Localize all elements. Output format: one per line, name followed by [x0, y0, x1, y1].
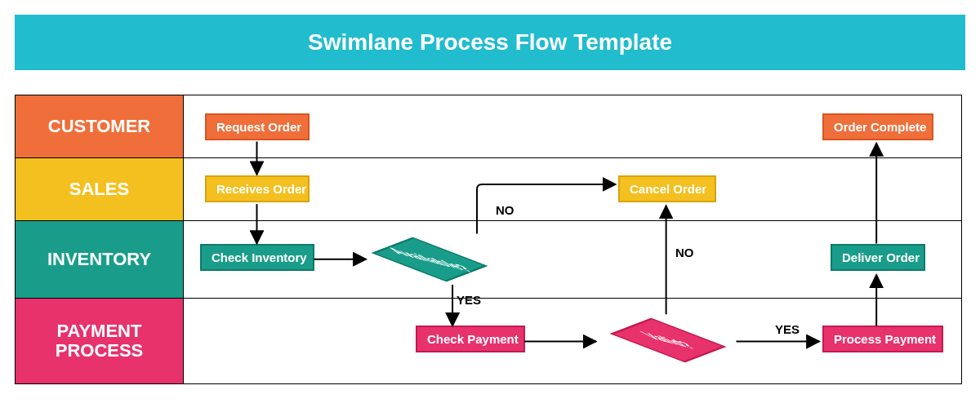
lane-inventory: INVENTORY [16, 220, 961, 298]
lane-header-sales: SALES [16, 158, 184, 220]
node-request-order: Request Order [205, 113, 310, 140]
lane-header-customer: CUSTOMER [16, 95, 184, 157]
label-no-available: NO [496, 203, 514, 217]
node-cancel-order: Cancel Order [618, 175, 716, 202]
diagram-title: Swimlane Process Flow Template [15, 15, 965, 70]
lane-header-payment: PAYMENT PROCESS [16, 299, 184, 383]
node-process-payment: Process Payment [822, 326, 943, 352]
lane-customer: CUSTOMER [16, 95, 961, 157]
lane-header-inventory: INVENTORY [16, 221, 184, 298]
node-order-complete: Order Complete [822, 113, 933, 140]
node-check-payment: Check Payment [416, 326, 525, 352]
node-deliver-order: Deliver Order [831, 244, 925, 271]
node-receives-order: Receives Order [205, 175, 310, 202]
label-yes-available: YES [457, 293, 481, 307]
swimlane-container: CUSTOMER SALES INVENTORY PAYMENT PROCESS… [15, 95, 962, 384]
label-yes-valid: YES [775, 322, 800, 336]
lane-sales: SALES [16, 157, 961, 220]
node-check-inventory: Check Inventory [200, 244, 314, 271]
label-no-valid: NO [675, 246, 694, 259]
